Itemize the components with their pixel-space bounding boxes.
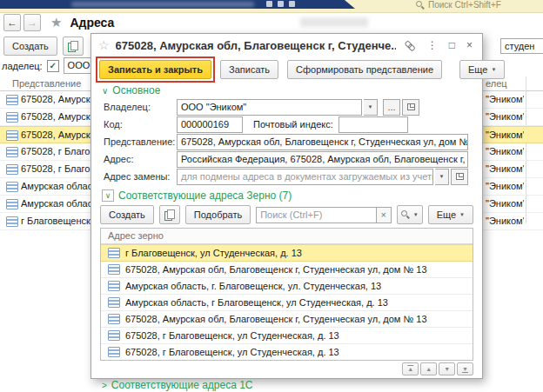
- forward-button[interactable]: →: [23, 14, 41, 31]
- clear-search-button[interactable]: ×: [376, 207, 392, 223]
- replace-open-button[interactable]: [451, 169, 468, 185]
- owner-filter-checkbox[interactable]: ✓: [47, 60, 59, 72]
- owner-field[interactable]: ООО "Эником": [177, 99, 362, 116]
- move-top-button[interactable]: ▲: [402, 362, 419, 375]
- zerno-row[interactable]: 675028, Амурская обл, Благовещенск г, Ст…: [101, 311, 473, 328]
- zerno-row[interactable]: Амурская область, г. Благовещенск, ул. С…: [101, 278, 473, 295]
- catalog-item-icon: [6, 164, 18, 175]
- favorite-star-icon[interactable]: ★: [50, 15, 62, 30]
- save-and-close-button[interactable]: Записать и закрыть: [99, 60, 211, 79]
- column-presentation[interactable]: Представление: [12, 78, 81, 89]
- column-owner[interactable]: елец: [486, 78, 507, 89]
- maximize-button[interactable]: □: [446, 39, 458, 51]
- zerno-create-button[interactable]: Создать: [100, 205, 154, 224]
- zerno-search-input[interactable]: Поиск (Ctrl+F): [256, 207, 376, 223]
- zerno-row[interactable]: 675028, Амурская обл, Благовещенск г, Ст…: [101, 262, 473, 278]
- move-down-button[interactable]: ▼: [439, 362, 455, 375]
- zerno-row[interactable]: 675028, г Благовещенск, ул Студенческая,…: [101, 344, 473, 360]
- page-title: Адреса: [70, 16, 114, 30]
- address-label: Адрес:: [104, 154, 175, 164]
- catalog-item-icon: [6, 112, 18, 123]
- chevron-down-icon: ∨: [102, 86, 108, 96]
- copy-button[interactable]: [63, 37, 84, 56]
- form-representation-button[interactable]: Сформировать представление: [287, 60, 442, 79]
- screen: Поиск Ctrl+Shift+F ← → ★ Адреса Создать …: [0, 0, 543, 392]
- owner-choose-button[interactable]: ...: [383, 99, 400, 116]
- representation-row: Представление: 675028, Амурская обл, Бла…: [91, 133, 482, 150]
- owner-filter-label: ладелец:: [2, 61, 43, 71]
- close-button[interactable]: ×: [464, 39, 475, 51]
- representation-label: Представление:: [104, 136, 175, 147]
- move-bottom-button[interactable]: ▼: [457, 362, 473, 375]
- catalog-item-icon: [108, 347, 120, 357]
- address-field[interactable]: Российская Федерация, 675028, Амурская о…: [177, 151, 468, 168]
- dialog-titlebar: ☆ 675028, Амурская обл, Благовещенск г, …: [91, 34, 482, 56]
- zerno-copy-button[interactable]: [159, 205, 180, 224]
- favorite-star-outline-icon[interactable]: ☆: [98, 38, 110, 52]
- catalog-item-icon: [108, 297, 120, 308]
- global-search-placeholder: Поиск Ctrl+Shift+F: [428, 0, 501, 10]
- postal-field[interactable]: [339, 116, 408, 133]
- save-button[interactable]: Записать: [220, 60, 278, 79]
- dropdown-icon: ▼: [491, 67, 496, 72]
- catalog-item-icon: [6, 95, 18, 105]
- replace-address-label: Адрес замены:: [104, 171, 175, 182]
- catalog-item-icon: [6, 130, 18, 141]
- chevron-right-icon: >: [102, 381, 107, 390]
- zerno-table: Адрес зерно г Благовещенск, ул Студенчес…: [100, 228, 473, 361]
- more-button[interactable]: Еще▼: [459, 60, 505, 79]
- owner-label: Владелец:: [104, 102, 175, 112]
- more-menu-button[interactable]: ⋮: [425, 39, 440, 51]
- catalog-item-icon: [6, 199, 18, 209]
- zerno-pick-button[interactable]: Подобрать: [185, 205, 251, 224]
- replace-address-field[interactable]: для подмены адреса в документах загружае…: [177, 169, 433, 185]
- address-row: Адрес: Российская Федерация, 675028, Аму…: [91, 150, 482, 168]
- zerno-toolbar: Создать Подобрать Поиск (Ctrl+F) × ▼ Еще…: [91, 203, 482, 226]
- owner-open-button[interactable]: [402, 99, 419, 116]
- redacted-window-title: [71, 2, 254, 7]
- representation-field[interactable]: 675028, Амурская обл, Благовещенск г, Ст…: [177, 134, 468, 150]
- create-button[interactable]: Создать: [3, 37, 57, 56]
- section-1c-header[interactable]: > Соответствующие адреса 1С: [91, 377, 482, 392]
- catalog-item-icon: [108, 330, 120, 341]
- zerno-column-header[interactable]: Адрес зерно: [101, 229, 473, 244]
- code-field[interactable]: 000000169: [177, 116, 243, 133]
- zerno-row[interactable]: Амурская область, г Благовещенск, ул Сту…: [101, 295, 473, 311]
- catalog-item-icon: [6, 147, 18, 157]
- code-label: Код:: [104, 119, 175, 130]
- get-link-button[interactable]: [402, 40, 419, 51]
- section-main-header[interactable]: ∨ Основное: [91, 83, 482, 98]
- catalog-item-icon: [108, 264, 120, 275]
- back-button[interactable]: ←: [3, 14, 21, 31]
- postal-label: Почтовый индекс:: [253, 119, 333, 130]
- global-search-input[interactable]: Поиск Ctrl+Shift+F: [416, 0, 501, 10]
- dropdown-icon: ▼: [413, 212, 419, 217]
- open-icon: [407, 103, 415, 110]
- window-titlebar: [0, 0, 355, 9]
- zerno-row-move-buttons: ▲ ▲ ▼ ▼: [91, 361, 482, 375]
- zerno-row-selected[interactable]: г Благовещенск, ул Студенческая, д. 13: [101, 244, 473, 262]
- nav-bar: ← → ★ Адреса: [3, 14, 114, 31]
- zerno-more-button[interactable]: Еще▼: [428, 205, 473, 224]
- zerno-search-menu-button[interactable]: ▼: [397, 205, 423, 224]
- link-icon: [402, 37, 418, 53]
- section-zerno-header[interactable]: ∨ Соответствующие адреса Зерно (7): [91, 188, 482, 203]
- chevron-down-boxed-icon: ∨: [102, 189, 114, 202]
- catalog-item-icon: [108, 248, 120, 258]
- catalog-item-icon: [6, 216, 18, 227]
- replace-dropdown-button[interactable]: ▼: [435, 169, 449, 185]
- list-quick-search-input[interactable]: студен: [500, 38, 543, 54]
- zerno-row[interactable]: 675028, г Благовещенск, ул Студенческая,…: [101, 328, 473, 344]
- owner-row: Владелец: ООО "Эником" ▼ ...: [91, 98, 482, 116]
- dropdown-icon: ▼: [459, 212, 465, 217]
- dropdown-icon: ▼: [439, 174, 445, 179]
- dialog-command-bar: Записать и закрыть Записать Сформировать…: [91, 56, 482, 83]
- redacted-text: [300, 17, 368, 27]
- owner-dropdown-button[interactable]: ▼: [364, 99, 378, 116]
- dialog-title: 675028, Амурская обл, Благовещенск г, Ст…: [116, 39, 396, 52]
- copy-icon: [68, 41, 77, 52]
- address-dialog: ☆ 675028, Амурская обл, Благовещенск г, …: [90, 33, 483, 379]
- search-icon: [401, 210, 410, 219]
- move-up-button[interactable]: ▲: [420, 362, 437, 375]
- list-toolbar: Создать: [3, 37, 84, 56]
